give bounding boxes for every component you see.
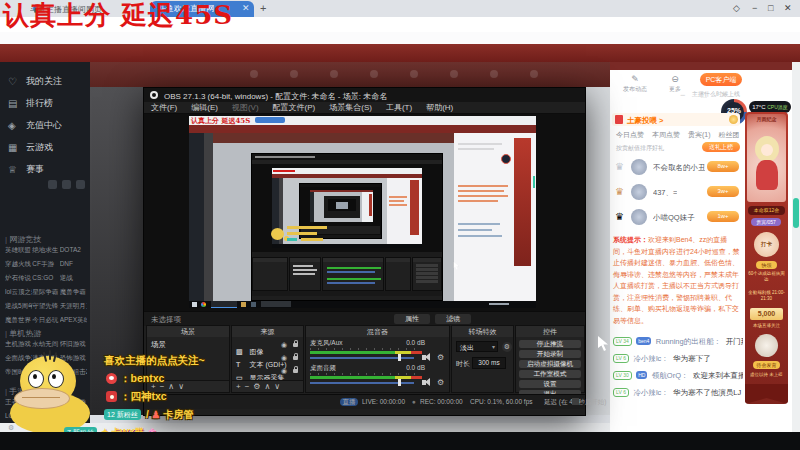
obs-menu-item[interactable]: 帮助(H) <box>426 102 453 113</box>
obs-control-button[interactable]: 启动虚拟摄像机 <box>519 360 581 369</box>
activity-banner[interactable]: 月圆纪念 本命双12会 贵宾/057 打卡 快领 60个达成边框值周边 全勤福利… <box>745 112 788 404</box>
sidebar-item[interactable]: ▤排行榜 <box>8 92 62 114</box>
group-icon <box>106 391 117 402</box>
chat-tab[interactable]: 贵宾(1) <box>688 130 711 140</box>
obs-close-button[interactable]: ✕ <box>720 90 728 100</box>
game-link[interactable]: 穿越火线 <box>5 260 32 269</box>
game-link[interactable]: 星际争霸 <box>32 288 59 297</box>
sources-toolbar[interactable]: +−⚙∧∨ <box>232 380 303 392</box>
obs-menu-item[interactable]: 工具(T) <box>386 102 412 113</box>
obs-control-button[interactable]: 开始录制 <box>519 350 581 359</box>
tab-close-icon[interactable]: ✕ <box>242 3 250 13</box>
obs-menu-item[interactable]: 文件(F) <box>151 102 177 113</box>
game-link[interactable]: 天涯明月刀 <box>60 302 87 311</box>
amount-box: 5,000 <box>750 308 783 320</box>
game-link[interactable]: DNF <box>60 260 87 269</box>
obs-minimize-button[interactable]: − <box>680 90 685 100</box>
ranking-row[interactable]: ♛ 437、= 3w+ <box>612 180 742 205</box>
ranking-row[interactable]: ♛ 不会取名的小丑鸭 8w+ <box>612 155 742 180</box>
speaker-icon[interactable] <box>422 355 426 360</box>
scenes-header[interactable]: 场景 <box>147 326 229 337</box>
obs-control-button[interactable]: 停止推流 <box>519 340 581 349</box>
game-link[interactable]: 永劫无间 <box>32 340 59 349</box>
obs-control-button[interactable]: 设置 <box>519 380 581 389</box>
game-link[interactable]: 今日必玩 <box>32 316 59 325</box>
mixer-header[interactable]: 混音器 <box>306 326 449 337</box>
transition-select[interactable]: 淡出▾ <box>456 341 498 352</box>
lock-icon[interactable] <box>293 356 298 360</box>
game-link[interactable]: 逆战 <box>60 274 87 283</box>
source-row[interactable]: T 文本 (GDI+) ◉ <box>232 353 303 364</box>
game-link[interactable]: DOTA2 <box>60 246 87 255</box>
game-link[interactable]: 魔兽争霸 <box>60 288 87 297</box>
chat-tab[interactable]: 粉丝团 <box>719 130 740 140</box>
game-link[interactable]: 主机游戏 <box>5 340 32 349</box>
feed-tab-label[interactable]: 土豪投喂 > <box>627 116 663 126</box>
chat-username[interactable]: 冷小辣lc <box>633 388 661 397</box>
lock-icon[interactable] <box>293 369 298 373</box>
more-action[interactable]: ⊖更多 <box>658 74 692 93</box>
page-scrollbar[interactable] <box>792 62 800 432</box>
browser-close-button[interactable]: ✕ <box>784 3 792 14</box>
game-link[interactable]: 英雄联盟 <box>5 246 32 255</box>
channel-gear-icon[interactable]: ⚙ <box>437 353 444 362</box>
game-link[interactable]: 守望先锋 <box>32 302 59 311</box>
sources-header[interactable]: 来源 <box>232 326 303 337</box>
visibility-eye-icon[interactable]: ◉ <box>281 341 287 349</box>
ranking-row[interactable]: ♛ 小喵QQ妹子 1w+ <box>612 205 742 230</box>
filters-button[interactable]: 滤镜 <box>435 314 471 324</box>
transition-gear-icon[interactable]: ⚙ <box>502 342 512 352</box>
obs-maximize-button[interactable]: □ <box>701 90 706 100</box>
channel-gear-icon[interactable]: ⚙ <box>437 378 444 387</box>
sidebar-item[interactable]: ♡我的关注 <box>8 70 62 92</box>
sidebar-item[interactable]: ♕赛事 <box>8 158 62 180</box>
game-link[interactable]: 绝地求生 <box>32 246 59 255</box>
volume-slider[interactable] <box>398 379 401 386</box>
chat-tab[interactable]: 本周点赞 <box>652 130 680 140</box>
transitions-header[interactable]: 转场特效 <box>452 326 513 337</box>
game-link[interactable]: 逆战5周年 <box>5 302 32 311</box>
daka-claim-button[interactable]: 快领 <box>756 261 777 269</box>
controls-header[interactable]: 控件 <box>516 326 584 337</box>
chat-username[interactable]: Running的出租船 <box>656 337 714 346</box>
lock-icon[interactable] <box>293 343 298 347</box>
ranking-badge: 3w+ <box>707 186 739 197</box>
gift-rank-button[interactable]: 送礼上榜 <box>702 142 740 152</box>
source-row[interactable]: ▭ 显示器采集 ◉ <box>232 366 303 377</box>
volume-slider[interactable] <box>398 354 401 361</box>
obs-titlebar[interactable]: OBS 27.1.3 (64-bit, windows) - 配置文件: 未命名… <box>144 88 585 102</box>
visibility-eye-icon[interactable]: ◉ <box>281 354 287 362</box>
sidebar-item[interactable]: ▦云游戏 <box>8 136 62 158</box>
browser-minimize-button[interactable]: − <box>752 3 757 14</box>
chat-username[interactable]: 冷小辣lc <box>633 354 661 363</box>
game-link[interactable]: lol云顶之弈 <box>5 288 32 297</box>
more-icon: ⊖ <box>658 74 692 85</box>
game-link[interactable]: 怀旧游戏 <box>60 340 87 349</box>
properties-button[interactable]: 属性 <box>394 314 430 324</box>
game-link[interactable]: 魔兽世界 <box>5 316 32 325</box>
obs-control-button[interactable]: 工作室模式 <box>519 370 581 379</box>
new-tab-button[interactable]: + <box>260 2 266 14</box>
pc-client-button[interactable]: PC客户端 <box>700 73 742 86</box>
obs-menu-item[interactable]: 编辑(E) <box>191 102 218 113</box>
chat-username[interactable]: 领航OrQ <box>652 371 681 380</box>
game-link[interactable]: CS:GO <box>32 274 59 283</box>
obs-menu-item[interactable]: 视图(V) <box>232 102 259 113</box>
sidebar-item[interactable]: ◈充值中心 <box>8 114 62 136</box>
game-link[interactable]: CF手游 <box>32 260 59 269</box>
obs-preview[interactable]: 认真上分 延迟45S <box>144 114 585 311</box>
duration-input[interactable]: 300 ms <box>472 357 506 369</box>
obs-menu-item[interactable]: 配置文件(P) <box>273 102 316 113</box>
browser-maximize-button[interactable]: □ <box>768 3 773 14</box>
scrollbar-thumb[interactable] <box>793 198 799 228</box>
game-link[interactable]: APEX英雄 <box>60 316 87 325</box>
source-row[interactable]: ▨ 图像 ◉ <box>232 340 303 351</box>
chat-tab[interactable]: 今日点赞 <box>616 130 644 140</box>
game-link[interactable]: 炉石传说 <box>5 274 32 283</box>
scene-item[interactable]: 场景 <box>151 340 166 350</box>
visibility-eye-icon[interactable]: ◉ <box>281 367 287 375</box>
speaker-icon[interactable] <box>422 380 426 385</box>
obs-menu-item[interactable]: 场景集合(S) <box>329 102 372 113</box>
post-action[interactable]: ✎发布动态 <box>618 74 652 93</box>
wait-button[interactable]: 待会发育 <box>753 361 780 369</box>
